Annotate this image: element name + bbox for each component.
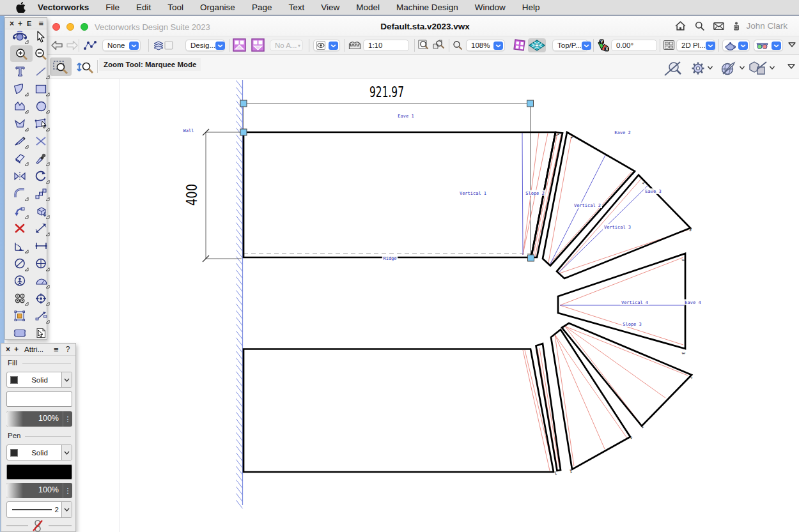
tool-target[interactable]	[31, 290, 50, 307]
tool-polygon[interactable]	[10, 98, 29, 114]
tool-doc-cursor[interactable]	[31, 325, 50, 342]
tool-dim-diagonal[interactable]	[31, 220, 50, 237]
fill-style-chevron-icon[interactable]	[61, 372, 72, 387]
line-weight-dropdown[interactable]: 2	[6, 501, 72, 518]
attributes-add-icon[interactable]: +	[14, 345, 19, 354]
palette-add-icon[interactable]: +	[18, 19, 22, 28]
dimension-lines	[206, 103, 531, 259]
svg-text:Slope 3: Slope 3	[623, 322, 642, 327]
svg-text:Eave 4: Eave 4	[685, 300, 701, 305]
svg-text:Vertical 4: Vertical 4	[621, 300, 648, 305]
fill-style-value: Solid	[18, 376, 61, 384]
tool-stamp[interactable]	[10, 325, 29, 342]
tool-zoom-in[interactable]	[10, 45, 33, 62]
fill-opacity-value: 100%	[38, 414, 59, 423]
tool-flyover[interactable]	[10, 28, 29, 45]
fill-color-well[interactable]	[6, 391, 72, 407]
tool-move-by-points[interactable]	[31, 185, 50, 202]
dimension-value-v: 400	[183, 184, 200, 206]
line-weight-chevron-icon[interactable]	[61, 502, 72, 517]
svg-text:Vertical 2: Vertical 2	[574, 203, 601, 208]
tool-dim-horizontal[interactable]	[31, 238, 50, 254]
palette-close-icon[interactable]: ×	[10, 19, 14, 28]
tool-selection[interactable]	[31, 28, 50, 45]
tool-fillet[interactable]	[10, 185, 29, 202]
tool-dim-diameter[interactable]	[10, 255, 29, 272]
fill-style-swatch	[10, 376, 18, 384]
selection-handles[interactable]	[240, 100, 534, 261]
svg-text:3: 3	[681, 352, 686, 354]
svg-text:Wall: Wall	[183, 128, 194, 133]
attributes-close-icon[interactable]: ×	[6, 345, 10, 354]
tool-delete[interactable]	[10, 220, 29, 237]
pen-color-well[interactable]	[6, 464, 72, 480]
tool-dim-angle[interactable]	[10, 238, 29, 254]
fill-opacity-menu-icon[interactable]: ⋮	[63, 411, 72, 427]
svg-text:2: 2	[628, 435, 633, 441]
tool-eyedropper[interactable]	[31, 150, 50, 167]
tool-circles[interactable]	[10, 290, 29, 307]
tool-text[interactable]	[10, 63, 29, 80]
attributes-palette: × + Attri... ≡ ? Fill Solid 100% ⋮ Pen S…	[1, 343, 76, 532]
tool-rectangle[interactable]	[31, 80, 50, 97]
pen-style-value: Solid	[18, 449, 61, 457]
tool-rotate[interactable]	[31, 168, 50, 185]
palette-title: E	[27, 20, 31, 27]
tool-freehand[interactable]	[10, 133, 29, 149]
tool-mirror[interactable]	[10, 168, 29, 185]
tool-select-similar[interactable]	[31, 116, 50, 132]
svg-text:Eave 2: Eave 2	[614, 130, 630, 135]
palette-menu-icon[interactable]: ≡	[38, 19, 43, 28]
tool-modify-arrow[interactable]	[10, 203, 29, 220]
fill-style-dropdown[interactable]: Solid	[6, 372, 72, 388]
tool-polyline[interactable]	[10, 116, 29, 132]
svg-text:Eave 3: Eave 3	[645, 189, 661, 194]
wall-hatch	[237, 80, 243, 508]
marker-lines-blue	[522, 133, 684, 305]
svg-text:Eave 1: Eave 1	[398, 114, 414, 119]
fill-opacity-gradient	[6, 411, 23, 427]
tool-eraser[interactable]	[10, 150, 29, 167]
pen-divider	[25, 436, 71, 437]
tool-arc[interactable]	[10, 80, 29, 97]
fill-label: Fill	[8, 359, 17, 367]
svg-text:Ridge: Ridge	[383, 256, 396, 261]
tool-zoom-out[interactable]	[31, 45, 50, 62]
svg-text:Slope 2: Slope 2	[525, 191, 545, 196]
svg-text:Vertical 3: Vertical 3	[604, 225, 631, 230]
tool-leader-line[interactable]	[31, 308, 50, 324]
cad-drawing: Eave 1WallVertical 1Slope 2Eave 2Vertica…	[0, 0, 799, 532]
line-weight-value: 2	[54, 506, 61, 513]
tool-extrude[interactable]	[31, 203, 50, 220]
pen-opacity-value: 100%	[38, 485, 59, 494]
tool-line[interactable]	[31, 63, 50, 80]
fill-opacity-slider[interactable]: 100% ⋮	[6, 411, 72, 427]
fold-lines-red	[523, 133, 688, 471]
attributes-header: × + Attri... ≡ ?	[1, 344, 75, 356]
tool-protractor[interactable]	[31, 273, 50, 289]
tool-person[interactable]	[10, 273, 29, 289]
tool-circle[interactable]	[31, 98, 50, 114]
pen-style-chevron-icon[interactable]	[61, 445, 72, 460]
pen-style-dropdown[interactable]: Solid	[6, 445, 72, 460]
svg-text:1: 1	[570, 135, 575, 139]
attributes-menu-icon[interactable]: ≡	[54, 345, 59, 354]
attributes-help-icon[interactable]: ?	[66, 345, 70, 354]
pen-label: Pen	[8, 432, 20, 439]
tool-group-box[interactable]	[10, 308, 29, 324]
dimension-ticks	[203, 100, 534, 262]
dimension-value-h: 921.97	[369, 84, 404, 100]
line-weight-preview	[12, 502, 54, 517]
marker-style-row[interactable]	[1, 520, 75, 532]
pen-opacity-slider[interactable]: 100% ⋮	[6, 483, 72, 498]
fill-divider	[22, 363, 71, 364]
pen-opacity-menu-icon[interactable]: ⋮	[63, 483, 72, 498]
pen-opacity-gradient	[6, 483, 23, 498]
tool-clip[interactable]	[31, 133, 50, 149]
basic-tool-palette: × + E ≡	[4, 17, 47, 340]
svg-text:3: 3	[681, 259, 686, 261]
tool-center-mark[interactable]	[31, 255, 50, 272]
pen-style-swatch	[10, 449, 18, 457]
svg-text:Vertical 1: Vertical 1	[460, 191, 486, 196]
svg-text:3: 3	[688, 227, 692, 233]
